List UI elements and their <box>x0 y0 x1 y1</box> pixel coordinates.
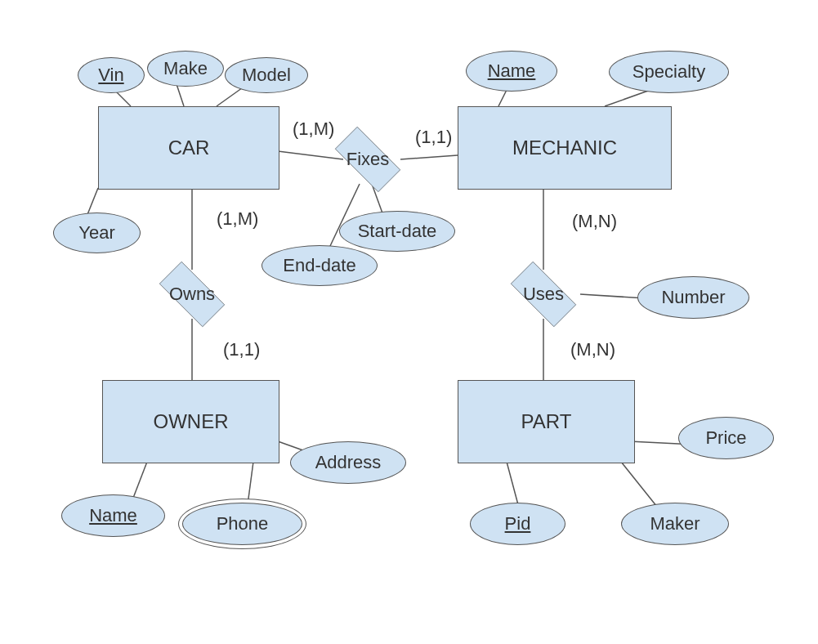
relationship-uses: Uses <box>503 266 584 323</box>
attribute-end-date-label: End-date <box>283 255 355 276</box>
attribute-model-label: Model <box>242 65 291 86</box>
attribute-phone-label: Phone <box>217 513 269 534</box>
attribute-address-label: Address <box>315 452 382 473</box>
attribute-maker-label: Maker <box>650 513 700 534</box>
attribute-owner-name: Name <box>61 494 165 537</box>
svg-line-5 <box>400 155 458 159</box>
attribute-price-label: Price <box>705 427 746 449</box>
cardinality-mech-uses: (M,N) <box>572 211 617 232</box>
relationship-owns-label: Owns <box>169 284 215 305</box>
attribute-year: Year <box>53 212 141 253</box>
relationship-fixes-label: Fixes <box>346 149 390 170</box>
svg-line-17 <box>580 294 646 298</box>
attribute-number: Number <box>637 276 749 319</box>
entity-owner: OWNER <box>102 380 279 463</box>
attribute-mechanic-name-label: Name <box>488 60 536 82</box>
attribute-phone: Phone <box>182 503 302 545</box>
entity-mechanic-label: MECHANIC <box>512 136 617 159</box>
attribute-vin: Vin <box>78 57 145 93</box>
cardinality-part-uses: (M,N) <box>570 339 615 360</box>
cardinality-car-owns: (1,M) <box>217 208 258 230</box>
attribute-vin-label: Vin <box>98 65 123 86</box>
attribute-year-label: Year <box>78 222 114 244</box>
cardinality-car-fixes: (1,M) <box>293 119 334 140</box>
attribute-start-date: Start-date <box>339 211 455 252</box>
relationship-fixes: Fixes <box>327 131 409 188</box>
entity-owner-label: OWNER <box>154 410 229 433</box>
attribute-number-label: Number <box>661 287 725 308</box>
attribute-specialty: Specialty <box>609 51 729 93</box>
attribute-address: Address <box>290 441 406 484</box>
attribute-pid: Pid <box>470 503 565 545</box>
cardinality-mech-fixes: (1,1) <box>415 127 452 148</box>
attribute-start-date-label: Start-date <box>358 221 437 242</box>
attribute-make: Make <box>147 51 224 87</box>
attribute-end-date: End-date <box>261 245 378 286</box>
attribute-mechanic-name: Name <box>466 51 557 92</box>
attribute-maker: Maker <box>621 503 729 545</box>
connector-lines <box>0 0 818 644</box>
relationship-owns: Owns <box>151 266 233 323</box>
cardinality-owner-owns: (1,1) <box>223 339 260 360</box>
entity-mechanic: MECHANIC <box>458 106 672 190</box>
entity-part: PART <box>458 380 635 463</box>
attribute-model: Model <box>225 57 308 93</box>
entity-part-label: PART <box>521 410 572 433</box>
attribute-make-label: Make <box>163 58 208 79</box>
attribute-specialty-label: Specialty <box>632 61 705 83</box>
relationship-uses-label: Uses <box>523 284 564 305</box>
attribute-pid-label: Pid <box>505 513 531 534</box>
attribute-owner-name-label: Name <box>89 505 137 526</box>
attribute-price: Price <box>678 417 774 459</box>
entity-car-label: CAR <box>168 136 210 159</box>
entity-car: CAR <box>98 106 279 190</box>
